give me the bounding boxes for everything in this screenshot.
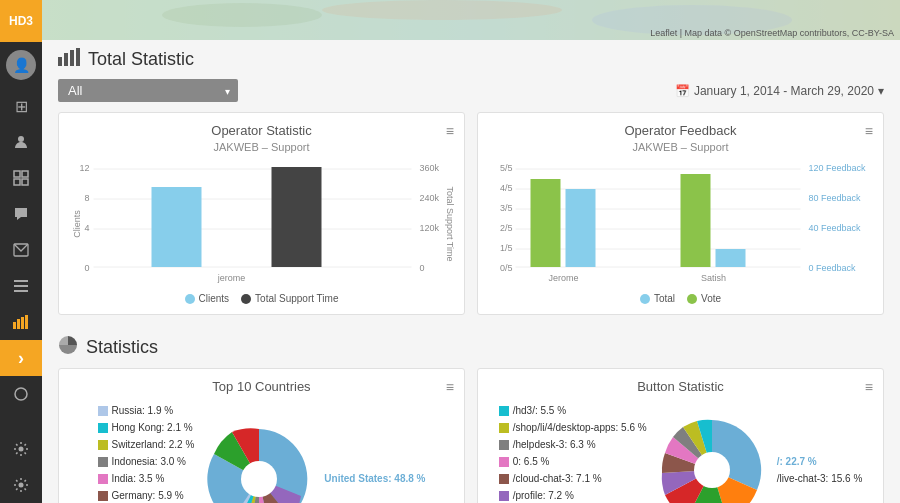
sidebar-item-home[interactable]: ⊞ — [0, 88, 42, 124]
svg-text:120k: 120k — [420, 223, 440, 233]
india-color — [98, 474, 108, 484]
cloudchat-color — [499, 474, 509, 484]
clients-label: Clients — [199, 293, 230, 304]
button-stat-title: Button Statistic — [616, 379, 744, 394]
filter-select[interactable]: All — [58, 79, 238, 102]
total-statistic-title: Total Statistic — [88, 49, 194, 70]
livechat-label: /live-chat-3: 15.6 % — [777, 470, 863, 487]
svg-text:40 Feedback: 40 Feedback — [809, 223, 862, 233]
svg-text:120 Feedback: 120 Feedback — [809, 163, 867, 173]
operator-feedback-card: Operator Feedback ≡ JAKWEB – Support 5/5… — [477, 112, 884, 315]
svg-text:Clients: Clients — [72, 210, 82, 238]
helpdesk-color — [499, 440, 509, 450]
sidebar-item-grid[interactable] — [0, 160, 42, 196]
zero-label: 0: 6.5 % — [513, 453, 550, 470]
svg-text:0/5: 0/5 — [500, 263, 513, 273]
svg-point-64 — [694, 452, 730, 488]
svg-rect-6 — [14, 280, 28, 282]
operator-stat-legend: Clients Total Support Time — [69, 293, 454, 304]
svg-point-13 — [15, 388, 27, 400]
calendar-icon: 📅 — [675, 84, 690, 98]
svg-rect-34 — [272, 167, 322, 267]
countries-pie-svg — [204, 424, 314, 504]
sidebar-item-gear[interactable] — [0, 467, 42, 503]
svg-text:4: 4 — [84, 223, 89, 233]
profile-color — [499, 491, 509, 501]
svg-point-17 — [162, 3, 322, 27]
svg-text:2/5: 2/5 — [500, 223, 513, 233]
svg-rect-11 — [21, 317, 24, 329]
operator-stat-chart: 12 8 4 0 Clients — [69, 159, 454, 289]
charts-grid: Operator Statistic ≡ JAKWEB – Support 12… — [58, 112, 884, 315]
feedback-menu-icon[interactable]: ≡ — [865, 123, 873, 139]
sidebar-item-stats[interactable] — [0, 304, 42, 340]
russia-color — [98, 406, 108, 416]
sidebar-item-chat[interactable] — [0, 196, 42, 232]
russia-label: Russia: 1.9 % — [112, 402, 174, 419]
legend-support-time: Total Support Time — [241, 293, 338, 304]
sidebar-item-mail[interactable] — [0, 232, 42, 268]
svg-rect-21 — [64, 53, 68, 66]
svg-rect-56 — [716, 249, 746, 267]
filter-select-wrapper[interactable]: All ▾ — [58, 79, 238, 102]
svg-rect-33 — [152, 187, 202, 267]
button-pie-svg — [657, 415, 767, 503]
svg-text:240k: 240k — [420, 193, 440, 203]
profile-label: /profile: 7.2 % — [513, 487, 574, 503]
top-countries-pie-area: Russia: 1.9 % Hong Kong: 2.1 % Switzerla… — [69, 402, 454, 503]
button-stat-header: Button Statistic ≡ — [488, 379, 873, 400]
operator-feedback-chart: 5/5 4/5 3/5 2/5 1/5 0/5 — [488, 159, 873, 289]
main-content: Leaflet | Map data © OpenStreetMap contr… — [42, 0, 900, 503]
us-label: United States: 48.8 % — [324, 470, 425, 487]
button-stat-menu-icon[interactable]: ≡ — [865, 379, 873, 395]
operator-stat-menu-icon[interactable]: ≡ — [446, 123, 454, 139]
chart-header-operator: Operator Statistic ≡ — [69, 123, 454, 139]
hongkong-label: Hong Kong: 2.1 % — [112, 419, 193, 436]
vote-color — [687, 294, 697, 304]
sidebar-item-users[interactable] — [0, 124, 42, 160]
sidebar-item-circle[interactable] — [0, 376, 42, 412]
legend-clients: Clients — [185, 293, 230, 304]
button-stat-pie-area: /hd3/: 5.5 % /shop/li/4/desktop-apps: 5.… — [488, 402, 873, 503]
sidebar-item-list[interactable] — [0, 268, 42, 304]
countries-right-legend: United States: 48.8 % — [324, 470, 425, 487]
hongkong-color — [98, 423, 108, 433]
total-statistic-section: Total Statistic All ▾ 📅 January 1, 2014 … — [42, 40, 900, 331]
svg-rect-10 — [17, 319, 20, 329]
countries-menu-icon[interactable]: ≡ — [446, 379, 454, 395]
svg-point-15 — [19, 483, 24, 488]
svg-text:0 Feedback: 0 Feedback — [809, 263, 857, 273]
svg-point-18 — [322, 0, 562, 20]
avatar: 👤 — [6, 50, 36, 80]
total-color — [640, 294, 650, 304]
button-left-legend: /hd3/: 5.5 % /shop/li/4/desktop-apps: 5.… — [499, 402, 647, 503]
svg-text:Satish: Satish — [701, 273, 726, 283]
pie-chart-icon — [58, 335, 78, 360]
statistics-title-row: Statistics — [58, 335, 884, 360]
date-range: 📅 January 1, 2014 - March 29, 2020 ▾ — [675, 84, 884, 98]
desktop-color — [499, 423, 509, 433]
sidebar-item-settings[interactable] — [0, 431, 42, 467]
svg-text:8: 8 — [84, 193, 89, 203]
hd3-color — [499, 406, 509, 416]
svg-text:0: 0 — [420, 263, 425, 273]
svg-text:1/5: 1/5 — [500, 243, 513, 253]
operator-stat-subtitle: JAKWEB – Support — [69, 141, 454, 153]
legend-total: Total — [640, 293, 675, 304]
india-label: India: 3.5 % — [112, 470, 165, 487]
svg-text:jerome: jerome — [217, 273, 246, 283]
section-title-total: Total Statistic — [58, 48, 884, 71]
toolbar-row: All ▾ 📅 January 1, 2014 - March 29, 2020… — [58, 79, 884, 102]
svg-rect-3 — [14, 179, 20, 185]
svg-rect-23 — [76, 48, 80, 66]
svg-text:Total Support Time: Total Support Time — [445, 186, 455, 261]
germany-label: Germany: 5.9 % — [112, 487, 184, 503]
svg-text:3/5: 3/5 — [500, 203, 513, 213]
feedback-legend: Total Vote — [488, 293, 873, 304]
svg-text:12: 12 — [79, 163, 89, 173]
map-credit: Leaflet | Map data © OpenStreetMap contr… — [650, 28, 894, 38]
support-time-label: Total Support Time — [255, 293, 338, 304]
sidebar-nav-arrow[interactable]: › — [0, 340, 42, 376]
operator-feedback-title: Operator Feedback — [616, 123, 744, 138]
svg-rect-1 — [14, 171, 20, 177]
